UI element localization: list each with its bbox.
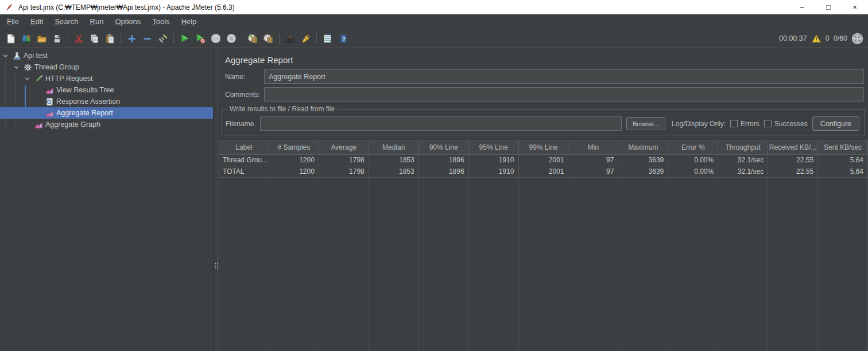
column-header-maximum[interactable]: Maximum	[618, 141, 668, 155]
table-cell: 32.1/sec	[718, 166, 768, 178]
menu-edit[interactable]: Edit	[25, 15, 49, 28]
table-cell: 1853	[369, 155, 419, 166]
menu-options[interactable]: Options	[109, 15, 146, 28]
cut-button[interactable]	[71, 31, 87, 46]
table-header-row: Label# SamplesAverageMedian90% Line95% L…	[219, 141, 868, 155]
column-header-90-line[interactable]: 90% Line	[419, 141, 469, 155]
add-button[interactable]	[124, 31, 140, 46]
tree-spacer	[23, 120, 32, 129]
successes-checkbox[interactable]	[764, 120, 772, 127]
table-row-thread-grou[interactable]: Thread Grou...12001798185318961910200197…	[219, 155, 868, 166]
add-icon	[127, 34, 137, 44]
comments-input[interactable]	[264, 87, 864, 102]
remove-icon	[142, 34, 152, 44]
filename-input[interactable]	[260, 116, 622, 131]
panel-splitter[interactable]	[213, 48, 218, 351]
close-button[interactable]: ×	[842, 0, 868, 14]
template-icon	[21, 34, 32, 44]
tree-item-label: View Results Tree	[56, 86, 114, 94]
configure-button[interactable]: Configure	[812, 116, 859, 131]
template-button[interactable]	[18, 31, 34, 46]
tree-spacer	[34, 85, 42, 95]
table-cell: 5.64	[818, 166, 868, 178]
svg-text:STOP: STOP	[212, 37, 219, 40]
column-header-sent-kb-sec[interactable]: Sent KB/sec	[818, 141, 868, 155]
tree-item-label: Response Assertion	[56, 98, 120, 106]
tree-item-aggregate-report[interactable]: Aggregate Report	[0, 107, 213, 119]
menu-run[interactable]: Run	[84, 15, 110, 28]
menu-search[interactable]: Search	[49, 15, 84, 28]
copy-button[interactable]	[87, 31, 102, 46]
errors-checkbox[interactable]	[730, 120, 738, 127]
tree-item-aggregate-graph[interactable]: Aggregate Graph	[0, 119, 213, 130]
column-header-throughput[interactable]: Throughput	[718, 141, 768, 155]
table-cell: 0.00%	[668, 155, 718, 166]
table-cell: 1853	[369, 166, 419, 178]
tree-spacer	[34, 97, 42, 106]
column-header-label[interactable]: Label	[219, 141, 269, 155]
edit-button[interactable]	[155, 31, 170, 46]
table-cell: Thread Grou...	[219, 155, 269, 166]
save-button[interactable]	[49, 31, 65, 46]
paste-icon	[105, 34, 115, 44]
start-no-timers-button[interactable]	[192, 31, 208, 46]
name-input[interactable]	[264, 69, 864, 84]
chevron-down-icon[interactable]	[1, 51, 10, 60]
test-plan-icon	[12, 51, 21, 60]
remove-button[interactable]	[140, 31, 155, 46]
warning-icon[interactable]	[811, 34, 822, 44]
table-cell: 5.64	[818, 155, 868, 166]
tree-item-view-results-tree[interactable]: View Results Tree	[0, 84, 213, 96]
table-cell: 1896	[419, 166, 469, 178]
tree-item-response-assertion[interactable]: Response Assertion	[0, 96, 213, 107]
help-button[interactable]: ?	[335, 31, 351, 46]
remote-start-all-button[interactable]	[245, 31, 261, 46]
search-button[interactable]	[282, 31, 298, 46]
new-file-button[interactable]	[3, 31, 18, 46]
column-header-min[interactable]: Min	[568, 141, 618, 155]
errors-label: Errors	[741, 120, 760, 128]
column-header-95-line[interactable]: 95% Line	[469, 141, 519, 155]
start-button[interactable]	[177, 31, 192, 46]
remote-stop-all-button[interactable]	[261, 31, 276, 46]
cut-icon	[74, 34, 84, 44]
tree-item-api-test[interactable]: Api test	[0, 50, 213, 61]
shutdown-button[interactable]	[223, 31, 239, 46]
open-file-button[interactable]	[34, 31, 49, 46]
browse-button[interactable]: Browse...	[626, 117, 665, 130]
copy-icon	[90, 34, 99, 44]
shutdown-icon	[226, 33, 237, 44]
table-cell: 97	[568, 166, 618, 178]
column-header-samples[interactable]: # Samples	[269, 141, 319, 155]
paste-button[interactable]	[102, 31, 118, 46]
maximize-button[interactable]: □	[815, 0, 842, 14]
chart-listener-icon	[34, 120, 43, 129]
column-header-median[interactable]: Median	[369, 141, 419, 155]
tree-spacer	[34, 108, 42, 118]
minimize-button[interactable]: –	[789, 0, 815, 14]
edit-icon	[158, 34, 168, 44]
remote-stop-all-icon	[263, 33, 274, 44]
column-header-received-kb[interactable]: Received KB/...	[768, 141, 818, 155]
tree-item-thread-group[interactable]: Thread Group	[0, 61, 213, 73]
menu-file[interactable]: File	[1, 15, 25, 28]
menu-help[interactable]: Help	[176, 15, 203, 28]
search-reset-button[interactable]	[298, 31, 313, 46]
column-header-error[interactable]: Error %	[668, 141, 718, 155]
table-cell: 97	[568, 155, 618, 166]
menu-tools[interactable]: Tools	[146, 15, 175, 28]
assertion-icon	[45, 97, 54, 106]
column-header-99-line[interactable]: 99% Line	[519, 141, 569, 155]
table-cell: 2001	[519, 166, 569, 178]
chevron-down-icon[interactable]	[12, 63, 21, 72]
function-helper-button[interactable]	[320, 31, 335, 46]
tree-item-http-request[interactable]: HTTP Request	[0, 73, 213, 84]
table-row-total[interactable]: TOTAL1200179818531896191020019736390.00%…	[219, 166, 868, 178]
column-header-average[interactable]: Average	[319, 141, 369, 155]
table-cell: TOTAL	[219, 166, 269, 178]
stop-button[interactable]: STOP	[208, 31, 223, 46]
chevron-down-icon[interactable]	[23, 74, 32, 83]
aggregate-report-panel: Aggregate Report Name: Comments: Write r…	[218, 48, 868, 351]
table-cell: 1200	[269, 166, 319, 178]
page-title: Aggregate Report	[225, 55, 868, 65]
